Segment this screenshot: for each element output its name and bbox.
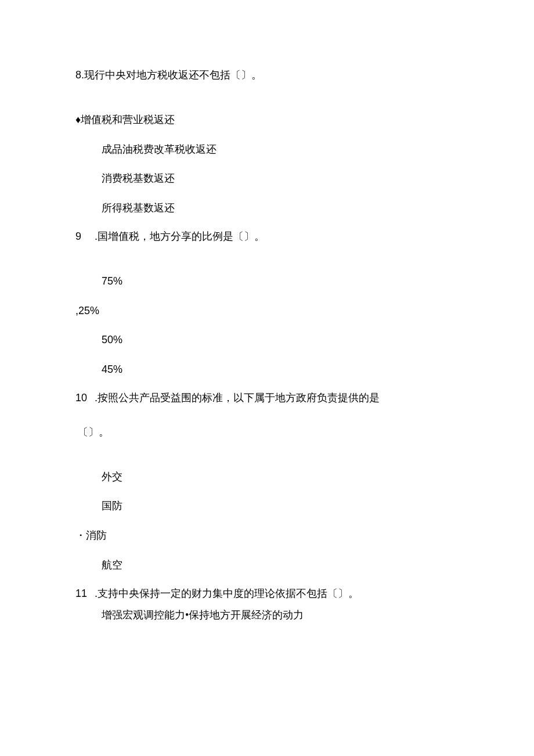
option-text: 45% xyxy=(102,363,122,375)
question-text: 支持中央保持一定的财力集中度的理论依据不包括〔〕。 xyxy=(98,588,359,599)
option-8-d: 所得税基数返还 xyxy=(75,200,459,217)
option-text: 所得税基数返还 xyxy=(102,202,175,214)
option-text: 外交 xyxy=(102,471,122,483)
option-9-d: 45% xyxy=(75,361,459,378)
option-8-b: 成品油税费改革税收返还 xyxy=(75,141,459,158)
option-10-d: 航空 xyxy=(75,557,459,574)
question-sep: . xyxy=(92,588,98,599)
option-text-b: 保持地方开展经济的动力 xyxy=(189,609,304,621)
question-10: 10 .按照公共产品受益围的标准，以下属于地方政府负责提供的是 〔〕。 外交 国… xyxy=(75,390,459,574)
question-text-cont: 〔〕。 xyxy=(75,424,459,441)
option-10-b: 国防 xyxy=(75,498,459,514)
option-8-c: 消费税基数返还 xyxy=(75,170,459,187)
question-9: 9 .国增值税，地方分享的比例是〔〕。 75% ,25% 50% 45% xyxy=(75,228,459,378)
option-10-a: 外交 xyxy=(75,469,459,485)
question-number: 9 xyxy=(75,228,81,245)
option-text-a: 增强宏观调控能力 xyxy=(102,609,185,621)
option-text: 成品油税费改革税收返还 xyxy=(102,143,217,155)
option-text: 国防 xyxy=(102,500,122,512)
option-text: 消防 xyxy=(86,530,107,541)
option-text: 消费税基数返还 xyxy=(102,172,175,184)
option-10-c: 消防 xyxy=(75,527,459,544)
question-sep: . xyxy=(92,231,98,242)
option-text: 75% xyxy=(102,275,122,287)
question-number: 8. xyxy=(75,67,84,84)
question-text: 按照公共产品受益围的标准，以下属于地方政府负责提供的是 xyxy=(98,392,380,404)
question-text: 现行中央对地方税收返还不包括〔〕。 xyxy=(84,69,262,81)
option-8-a: 增值税和营业税返还 xyxy=(75,111,459,128)
option-text: 50% xyxy=(102,334,122,345)
question-number: 11 xyxy=(75,585,87,602)
question-10-stem: 10 .按照公共产品受益围的标准，以下属于地方政府负责提供的是 〔〕。 xyxy=(75,390,459,441)
option-9-b: ,25% xyxy=(75,303,459,319)
option-9-a: 75% xyxy=(75,273,459,290)
question-11-stem: 11 .支持中央保持一定的财力集中度的理论依据不包括〔〕。 xyxy=(75,585,459,602)
question-11: 11 .支持中央保持一定的财力集中度的理论依据不包括〔〕。 增强宏观调控能力保持… xyxy=(75,585,459,624)
question-8: 8.现行中央对地方税收返还不包括〔〕。 增值税和营业税返还 成品油税费改革税收返… xyxy=(75,67,459,217)
question-number: 10 xyxy=(75,390,87,406)
option-11-line: 增强宏观调控能力保持地方开展经济的动力 xyxy=(75,607,459,624)
option-text: 25% xyxy=(78,305,99,316)
question-8-stem: 8.现行中央对地方税收返还不包括〔〕。 xyxy=(75,67,459,84)
option-text: 航空 xyxy=(102,559,122,571)
option-9-c: 50% xyxy=(75,332,459,348)
option-text: 增值税和营业税返还 xyxy=(81,114,175,125)
question-text: 国增值税，地方分享的比例是〔〕。 xyxy=(98,231,265,242)
question-sep: . xyxy=(92,392,98,404)
question-9-stem: 9 .国增值税，地方分享的比例是〔〕。 xyxy=(75,228,459,245)
